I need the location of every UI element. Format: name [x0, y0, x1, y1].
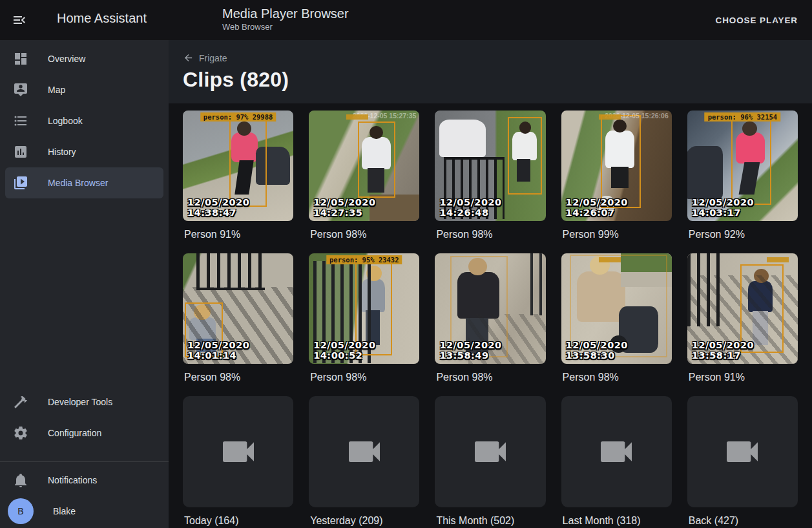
sidebar-menu: Overview Map Logbook History Media Brows…	[0, 40, 169, 198]
clip-thumbnail[interactable]: 12/05/2020 14:26:48	[435, 111, 545, 221]
video-camera-icon	[218, 431, 259, 472]
clip-caption: Person 99%	[561, 229, 672, 240]
clips-grid-area: person: 97% 29988 12/05/2020 14:38:47 Pe…	[169, 103, 812, 528]
clip-caption: Person 98%	[183, 372, 293, 383]
clip-card[interactable]: 12/05/2020 13:58:17 Person 91%	[687, 253, 798, 383]
detection-label: person: 96% 32154	[705, 112, 780, 121]
clip-thumbnail[interactable]: 12/05/2020 14:01:14	[183, 253, 293, 364]
hammer-icon	[13, 394, 28, 410]
clip-thumbnail[interactable]: 12/05/2020 13:58:49	[435, 253, 545, 364]
list-bulleted-icon	[13, 113, 28, 129]
frigate-timestamp: 12/05/2020 14:01:14	[187, 340, 293, 361]
breadcrumb-label: Frigate	[199, 53, 227, 63]
folder-card-last-month[interactable]: Last Month (318)	[561, 396, 672, 526]
folder-card-back[interactable]: Back (427)	[687, 396, 798, 526]
app-title: Home Assistant	[57, 11, 147, 26]
clip-card[interactable]: 12/05/2020 13:58:49 Person 98%	[435, 253, 545, 383]
clip-card[interactable]: person: 96% 32154 12/05/2020 14:03:17 Pe…	[687, 111, 798, 240]
clip-thumbnail[interactable]: 12/05/2020 13:58:30	[561, 253, 672, 364]
clip-thumbnail[interactable]: 12/05/2020 13:58:17	[687, 253, 798, 364]
frigate-timestamp: 12/05/2020 14:38:47	[187, 197, 293, 218]
folder-caption: Yesterday (209)	[309, 515, 419, 527]
camera-timestamp-overlay: 2020-12-05 15:27:35	[353, 112, 417, 120]
clip-card[interactable]: 2020-12-05 15:27:35 12/05/2020 14:27:35 …	[309, 111, 419, 240]
sidebar-toggle-button[interactable]	[12, 12, 27, 28]
sidebar-item-overview[interactable]: Overview	[5, 43, 163, 74]
sidebar-item-history[interactable]: History	[5, 136, 163, 167]
tooltip-account-icon	[13, 82, 28, 98]
detection-bbox	[229, 117, 267, 207]
video-camera-icon	[470, 431, 511, 472]
menu-open-icon	[12, 12, 27, 28]
page-title: Media Player Browser	[222, 6, 349, 21]
clip-card[interactable]: person: 95% 23432 12/05/2020 14:00:52 Pe…	[309, 253, 419, 383]
folder-thumbnail[interactable]	[183, 396, 293, 507]
camera-timestamp-overlay: 2020-12-05 15:26:06	[605, 112, 669, 120]
page-subtitle: Web Browser	[222, 21, 349, 32]
app-header: Home Assistant Media Player Browser Web …	[0, 0, 812, 40]
breadcrumb[interactable]: Frigate	[183, 52, 227, 63]
sidebar-item-label: Logbook	[48, 116, 83, 126]
clip-caption: Person 98%	[309, 372, 419, 383]
sidebar-item-user[interactable]: B Blake	[5, 496, 163, 527]
gear-icon	[13, 425, 28, 441]
sidebar-item-notifications[interactable]: Notifications	[5, 465, 163, 496]
detection-label: person: 97% 29988	[200, 112, 276, 121]
media-browser-header: Frigate Clips (820)	[169, 40, 812, 103]
choose-player-button[interactable]: CHOOSE PLAYER	[711, 0, 803, 40]
folder-card-this-month[interactable]: This Month (502)	[435, 396, 545, 526]
sidebar-spacer	[0, 198, 169, 383]
user-avatar: B	[8, 498, 34, 524]
clip-caption: Person 92%	[687, 229, 798, 240]
video-camera-icon	[344, 431, 385, 472]
clip-thumbnail[interactable]: 2020-12-05 15:27:35 12/05/2020 14:27:35	[309, 111, 419, 221]
detection-bbox	[358, 121, 395, 198]
clip-thumbnail[interactable]: person: 96% 32154 12/05/2020 14:03:17	[687, 111, 798, 221]
frigate-timestamp: 12/05/2020 14:27:35	[313, 197, 419, 218]
sidebar: Overview Map Logbook History Media Brows…	[0, 40, 169, 528]
bell-icon	[13, 472, 28, 488]
page-title-block: Media Player Browser Web Browser	[222, 6, 349, 32]
clip-thumbnail[interactable]: 2020-12-05 15:26:06 12/05/2020 14:26:07	[561, 111, 672, 221]
sidebar-bottom-section: Notifications B Blake	[0, 461, 169, 527]
sidebar-item-label: Overview	[48, 54, 85, 64]
detection-label: person: 95% 23432	[326, 255, 402, 264]
clip-thumbnail[interactable]: person: 97% 29988 12/05/2020 14:38:47	[183, 111, 293, 221]
folder-thumbnail[interactable]	[687, 396, 798, 507]
folder-card-yesterday[interactable]: Yesterday (209)	[309, 396, 419, 526]
folder-thumbnail[interactable]	[309, 396, 419, 507]
play-box-multiple-icon	[13, 175, 28, 191]
media-browser-main: Frigate Clips (820) person: 97% 29988 12…	[169, 40, 812, 528]
clip-card[interactable]: person: 97% 29988 12/05/2020 14:38:47 Pe…	[183, 111, 293, 240]
sidebar-item-label: Map	[48, 85, 65, 95]
sidebar-item-label: Configuration	[48, 428, 101, 438]
video-camera-icon	[722, 431, 763, 472]
sidebar-item-label: Notifications	[48, 475, 97, 485]
clip-card[interactable]: 2020-12-05 15:26:06 12/05/2020 14:26:07 …	[561, 111, 672, 240]
sidebar-tools: Developer Tools Configuration	[0, 383, 169, 449]
frigate-timestamp: 12/05/2020 14:00:52	[313, 340, 419, 361]
clip-card[interactable]: 12/05/2020 14:01:14 Person 98%	[183, 253, 293, 383]
sidebar-item-media-browser[interactable]: Media Browser	[5, 167, 163, 198]
sidebar-item-developer-tools[interactable]: Developer Tools	[5, 386, 163, 417]
folder-thumbnail[interactable]	[561, 396, 672, 507]
sidebar-item-logbook[interactable]: Logbook	[5, 105, 163, 136]
frigate-timestamp: 12/05/2020 14:03:17	[692, 197, 798, 218]
folder-caption: Back (427)	[687, 515, 798, 527]
frigate-timestamp: 12/05/2020 13:58:49	[439, 340, 545, 361]
clip-card[interactable]: 12/05/2020 14:26:48 Person 98%	[435, 111, 545, 240]
frigate-timestamp: 12/05/2020 13:58:17	[692, 340, 798, 361]
clip-card[interactable]: 12/05/2020 13:58:30 Person 98%	[561, 253, 672, 383]
sidebar-item-configuration[interactable]: Configuration	[5, 417, 163, 449]
detection-bbox	[508, 117, 542, 195]
clip-caption: Person 91%	[183, 229, 293, 240]
folder-caption: Last Month (318)	[561, 515, 672, 527]
user-name: Blake	[53, 506, 76, 516]
folder-thumbnail[interactable]	[435, 396, 545, 507]
clips-grid: person: 97% 29988 12/05/2020 14:38:47 Pe…	[183, 111, 798, 527]
sidebar-item-map[interactable]: Map	[5, 74, 163, 105]
clip-thumbnail[interactable]: person: 95% 23432 12/05/2020 14:00:52	[309, 253, 419, 364]
frigate-timestamp: 12/05/2020 14:26:07	[566, 197, 672, 218]
folder-card-today[interactable]: Today (164)	[183, 396, 293, 526]
clip-caption: Person 98%	[561, 372, 672, 383]
